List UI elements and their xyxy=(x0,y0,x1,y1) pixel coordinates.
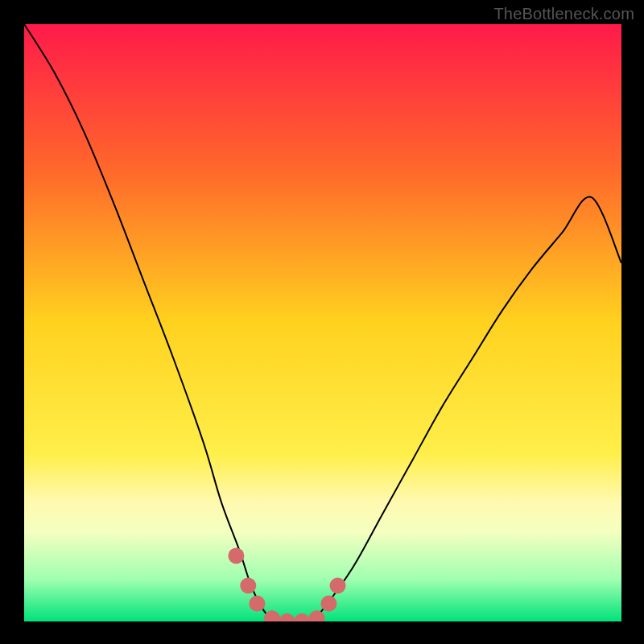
marker-dot xyxy=(240,577,256,593)
plot-area xyxy=(24,24,621,621)
watermark-text: TheBottleneck.com xyxy=(493,5,634,23)
marker-dot xyxy=(330,577,346,593)
chart-frame: TheBottleneck.com xyxy=(0,0,644,644)
marker-dot xyxy=(228,547,244,564)
gradient-background xyxy=(24,24,621,621)
marker-dot xyxy=(249,596,265,612)
marker-dot xyxy=(320,596,336,612)
chart-svg xyxy=(24,24,621,621)
